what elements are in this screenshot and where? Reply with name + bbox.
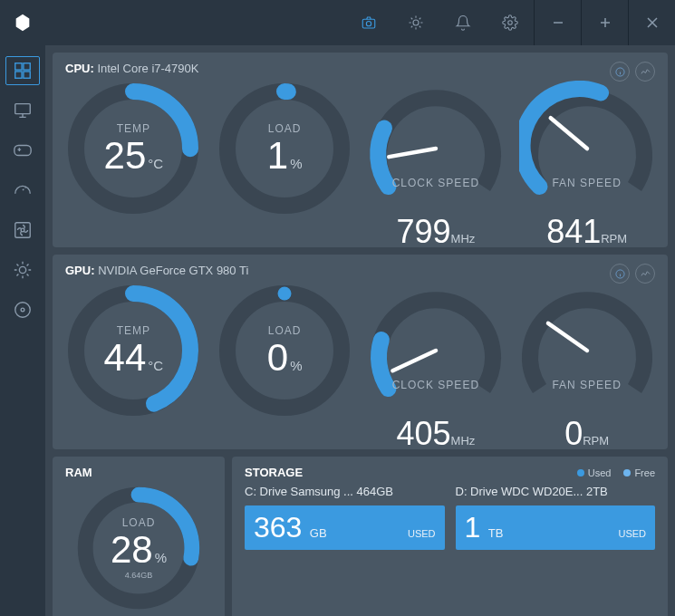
gpu-load-gauge: LOAD 0% [217, 283, 352, 419]
app-logo [11, 11, 34, 34]
gpu-fan-gauge: FAN SPEED 0RPM [519, 283, 655, 437]
storage-drive: D: Drive WDC WD20E... 2TB 1 TB USED [456, 485, 656, 553]
svg-point-3 [508, 21, 513, 25]
notifications-button[interactable] [439, 0, 487, 45]
svg-rect-4 [15, 63, 22, 70]
ram-panel: RAM LOAD 28% 4.64GB [53, 457, 225, 616]
storage-drive: C: Drive Samsung ... 464GB 363 GB USED [245, 485, 445, 553]
cpu-clock-gauge: CLOCK SPEED 799MHz [368, 81, 504, 235]
storage-panel: STORAGE Used Free C: Drive Samsung ... 4… [232, 457, 668, 616]
svg-point-10 [21, 228, 24, 232]
cpu-temp-gauge: TEMP 25°C [65, 81, 201, 217]
gpu-panel: GPU: NVIDIA GeForce GTX 980 Ti TEMP 44°C [53, 255, 668, 449]
screenshot-button[interactable] [345, 0, 392, 45]
svg-point-1 [366, 22, 371, 26]
theme-button[interactable] [392, 0, 439, 45]
gpu-temp-gauge: TEMP 44°C [65, 283, 201, 419]
svg-point-13 [21, 308, 24, 312]
sidebar-item-gaming[interactable] [0, 130, 45, 170]
sidebar-item-fan[interactable] [0, 210, 45, 250]
svg-point-12 [15, 303, 31, 318]
info-icon[interactable] [610, 62, 630, 82]
cpu-panel: CPU: Intel Core i7-4790K TEMP 25°C [53, 53, 668, 247]
svg-point-2 [413, 20, 419, 25]
svg-rect-5 [24, 63, 30, 70]
drive-used-bar: 1 TB USED [456, 505, 656, 550]
maximize-button[interactable] [581, 0, 628, 45]
graph-icon[interactable] [635, 264, 655, 284]
svg-point-11 [19, 266, 25, 273]
svg-rect-8 [15, 104, 31, 114]
gpu-title: GPU: NVIDIA GeForce GTX 980 Ti [65, 264, 655, 277]
sidebar-item-display[interactable] [0, 91, 45, 130]
cpu-fan-gauge: FAN SPEED 841RPM [519, 81, 655, 235]
sidebar-item-dashboard[interactable] [0, 51, 45, 91]
ram-load-gauge: LOAD 28% 4.64GB [75, 485, 202, 616]
sidebar [0, 45, 45, 616]
cpu-load-gauge: LOAD 1% [217, 81, 352, 217]
svg-rect-0 [362, 19, 375, 28]
sidebar-item-performance[interactable] [0, 170, 45, 210]
graph-icon[interactable] [635, 62, 655, 82]
close-button[interactable] [628, 0, 675, 45]
gpu-clock-gauge: CLOCK SPEED 405MHz [368, 283, 504, 437]
svg-rect-6 [15, 72, 22, 78]
sidebar-item-light[interactable] [0, 250, 45, 290]
gauge-label: TEMP [117, 122, 150, 135]
cpu-title: CPU: Intel Core i7-4790K [65, 62, 655, 75]
storage-legend: Used Free [577, 467, 655, 478]
info-icon[interactable] [610, 264, 630, 284]
svg-rect-7 [24, 72, 30, 78]
drive-used-bar: 363 GB USED [245, 505, 445, 550]
content-area: CPU: Intel Core i7-4790K TEMP 25°C [45, 45, 675, 616]
titlebar [0, 0, 675, 45]
minimize-button[interactable] [534, 0, 581, 45]
sidebar-item-storage[interactable] [0, 290, 45, 330]
settings-button[interactable] [487, 0, 534, 45]
